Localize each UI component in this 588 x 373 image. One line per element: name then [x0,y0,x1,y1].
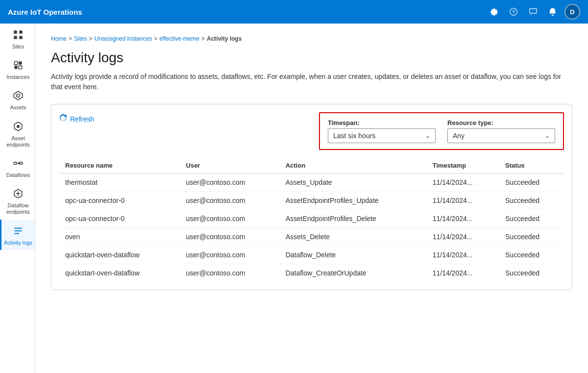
cell-user: user@contoso.com [180,264,280,282]
svg-point-11 [17,125,19,127]
feedback-icon[interactable] [525,4,541,20]
svg-rect-2 [14,36,17,39]
refresh-button[interactable]: Refresh [59,112,94,126]
cell-resource-name[interactable]: thermostat [59,174,180,192]
table-row: quickstart-oven-dataflow user@contoso.co… [59,264,564,282]
resource-type-value: Any [453,132,465,140]
cell-resource-name[interactable]: quickstart-oven-dataflow [59,246,180,264]
sidebar-item-instances[interactable]: Instances [0,54,35,84]
cell-user: user@contoso.com [180,210,280,228]
sidebar-item-sites-label: Sites [12,44,24,50]
cell-timestamp: 11/14/2024... [427,246,499,264]
instances-icon [13,60,24,72]
svg-rect-3 [19,36,23,39]
sidebar-item-assets-label: Assets [10,104,26,111]
svg-rect-20 [14,233,19,234]
sidebar-item-sites[interactable]: Sites [0,24,35,54]
col-timestamp: Timestamp [427,158,499,174]
activity-logs-icon [13,225,24,238]
table-row: oven user@contoso.com Assets_Delete 11/1… [59,228,564,246]
timespan-chevron-icon: ⌄ [425,132,430,139]
timespan-value: Last six hours [333,132,375,140]
sidebar: Sites Instances Assets Asset endpoints D… [0,24,35,373]
top-nav: Azure IoT Operations D [0,0,588,24]
cell-status: Succeeded [499,228,564,246]
svg-point-9 [17,94,20,98]
col-status: Status [499,158,564,174]
cell-timestamp: 11/14/2024... [427,228,499,246]
resource-type-chevron-icon: ⌄ [545,132,550,139]
breadcrumb-current: Activity logs [207,35,242,42]
sidebar-item-instances-label: Instances [6,74,29,80]
settings-icon[interactable] [486,4,502,20]
app-body: Sites Instances Assets Asset endpoints D… [0,24,588,373]
svg-rect-1 [19,30,23,34]
cell-action[interactable]: Dataflow_Delete [280,246,427,264]
table-card: Refresh Timespan: Last six hours ⌄ Resou… [51,104,572,290]
cell-user: user@contoso.com [180,192,280,210]
breadcrumb-effective-meme[interactable]: effective-meme [159,35,199,42]
cell-action: AssetEndpointProfiles_Delete [280,210,427,228]
cell-action[interactable]: Dataflow_CreateOrUpdate [280,264,427,282]
app-title: Azure IoT Operations [8,8,486,16]
svg-rect-4 [14,61,18,65]
cell-user: user@contoso.com [180,228,280,246]
cell-resource-name[interactable]: opc-ua-connector-0 [59,210,180,228]
cell-status: Succeeded [499,246,564,264]
breadcrumb-sites[interactable]: Sites [74,35,87,42]
dataflows-icon [13,158,24,170]
resource-type-filter: Resource type: Any ⌄ [447,119,555,143]
sidebar-item-activity-logs[interactable]: Activity logs [0,220,35,250]
breadcrumb-sep-4: > [201,35,205,42]
cell-resource-name[interactable]: quickstart-oven-dataflow [59,264,180,282]
svg-rect-18 [14,227,22,228]
table-row: opc-ua-connector-0 user@contoso.com Asse… [59,192,564,210]
assets-icon [13,90,24,102]
sidebar-item-dataflows-label: Dataflows [6,172,30,178]
main-content: Home > Sites > Unassigned instances > ef… [35,24,588,373]
breadcrumb-sep-2: > [89,35,93,42]
cell-action: Assets_Update [280,174,427,192]
notification-icon[interactable] [545,4,561,20]
timespan-filter: Timespan: Last six hours ⌄ [328,119,436,143]
dataflow-endpoints-icon [13,188,24,200]
sites-icon [13,29,24,42]
sidebar-item-dataflows[interactable]: Dataflows [0,152,35,182]
user-avatar[interactable]: D [564,4,580,20]
cell-status: Succeeded [499,192,564,210]
svg-rect-12 [14,162,17,164]
page-description: Activity logs provide a record of modifi… [51,72,572,92]
table-toolbar: Refresh Timespan: Last six hours ⌄ Resou… [59,112,564,150]
sidebar-item-asset-endpoints[interactable]: Asset endpoints [0,115,35,152]
sidebar-item-activity-logs-label: Activity logs [4,240,32,246]
asset-endpoints-icon [13,121,24,133]
breadcrumb: Home > Sites > Unassigned instances > ef… [51,35,572,42]
cell-status: Succeeded [499,210,564,228]
svg-rect-6 [14,66,18,69]
col-action: Action [280,158,427,174]
sidebar-item-asset-endpoints-label: Asset endpoints [3,135,33,148]
sidebar-item-dataflow-endpoints[interactable]: Dataflow endpoints [0,182,35,219]
table-row: opc-ua-connector-0 user@contoso.com Asse… [59,210,564,228]
resource-type-label: Resource type: [447,119,555,126]
resource-type-select[interactable]: Any ⌄ [447,128,555,143]
sidebar-item-assets[interactable]: Assets [0,84,35,115]
cell-resource-name[interactable]: oven [59,228,180,246]
svg-rect-5 [19,61,22,65]
page-title: Activity logs [51,50,572,66]
svg-rect-7 [19,66,22,69]
cell-action: AssetEndpointProfiles_Update [280,192,427,210]
cell-resource-name[interactable]: opc-ua-connector-0 [59,192,180,210]
breadcrumb-home[interactable]: Home [51,35,67,42]
svg-rect-19 [14,230,22,231]
cell-user: user@contoso.com [180,246,280,264]
cell-timestamp: 11/14/2024... [427,192,499,210]
breadcrumb-unassigned[interactable]: Unassigned instances [95,35,152,42]
cell-status: Succeeded [499,174,564,192]
table-row: quickstart-oven-dataflow user@contoso.co… [59,246,564,264]
timespan-select[interactable]: Last six hours ⌄ [328,128,436,143]
svg-rect-0 [14,30,17,34]
help-icon[interactable] [506,4,521,20]
cell-action: Assets_Delete [280,228,427,246]
cell-status: Succeeded [499,264,564,282]
